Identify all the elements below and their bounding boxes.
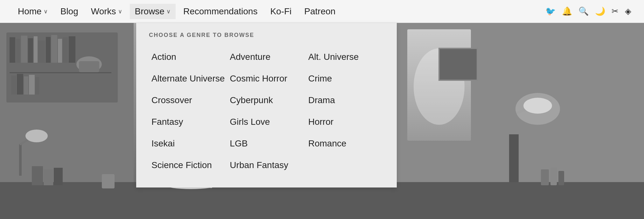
- svg-rect-43: [558, 171, 564, 185]
- genre-adventure[interactable]: Adventure: [227, 46, 305, 68]
- svg-rect-22: [19, 144, 22, 176]
- genre-fantasy[interactable]: Fantasy: [149, 111, 227, 133]
- genre-alternate-universe[interactable]: Alternate Universe: [149, 68, 227, 89]
- genre-isekai[interactable]: Isekai: [149, 133, 227, 154]
- genre-urban-fantasy[interactable]: Urban Fantasy: [227, 154, 305, 176]
- genre-romance[interactable]: Romance: [306, 133, 384, 154]
- genre-alt-universe[interactable]: Alt. Universe: [306, 46, 384, 68]
- genre-girls-love[interactable]: Girls Love: [227, 111, 305, 133]
- genre-crime[interactable]: Crime: [306, 68, 384, 89]
- dropdown-header: CHOOSE A GENRE TO BROWSE: [149, 32, 384, 39]
- svg-rect-3: [10, 37, 15, 63]
- svg-rect-13: [69, 36, 75, 63]
- svg-rect-21: [35, 77, 39, 95]
- svg-rect-18: [17, 74, 23, 95]
- nav-patreon[interactable]: Patreon: [299, 4, 340, 19]
- genre-cosmic-horror[interactable]: Cosmic Horror: [227, 68, 305, 89]
- browse-dropdown: CHOOSE A GENRE TO BROWSE Action Adventur…: [136, 23, 397, 187]
- nav-home[interactable]: Home ∨: [13, 4, 53, 19]
- svg-rect-7: [34, 36, 38, 63]
- rss-icon[interactable]: ◈: [625, 6, 631, 16]
- nav-home-chevron: ∨: [44, 8, 48, 15]
- svg-rect-33: [0, 182, 644, 219]
- nav-browse[interactable]: Browse ∨: [130, 4, 176, 19]
- svg-rect-4: [16, 39, 20, 63]
- svg-rect-42: [550, 168, 557, 185]
- moon-icon[interactable]: 🌙: [595, 6, 605, 16]
- svg-rect-17: [11, 75, 16, 95]
- svg-point-32: [515, 93, 560, 125]
- genre-empty: [306, 154, 384, 176]
- svg-rect-10: [51, 35, 57, 63]
- genre-crossover[interactable]: Crossover: [149, 89, 227, 111]
- genre-horror[interactable]: Horror: [306, 111, 384, 133]
- search-icon[interactable]: 🔍: [578, 6, 589, 16]
- nav-kofi[interactable]: Ko-Fi: [265, 4, 297, 19]
- nav-blog-label: Blog: [60, 6, 78, 17]
- nav-blog[interactable]: Blog: [55, 4, 83, 19]
- nav-left: Home ∨ Blog Works ∨ Browse ∨ Recommendat…: [13, 4, 545, 19]
- svg-rect-11: [58, 39, 62, 63]
- nav-recommendations-label: Recommendations: [183, 6, 257, 17]
- nav-browse-label: Browse: [135, 6, 164, 17]
- nav-patreon-label: Patreon: [304, 6, 335, 17]
- svg-rect-28: [439, 48, 477, 80]
- genre-grid: Action Adventure Alt. Universe Alternate…: [149, 46, 384, 176]
- genre-cyberpunk[interactable]: Cyberpunk: [227, 89, 305, 111]
- svg-rect-36: [54, 168, 63, 185]
- nav-works-chevron: ∨: [118, 8, 122, 15]
- navbar: Home ∨ Blog Works ∨ Browse ∨ Recommendat…: [0, 0, 644, 23]
- nav-works[interactable]: Works ∨: [86, 4, 127, 19]
- genre-science-fiction[interactable]: Science Fiction: [149, 154, 227, 176]
- genre-lgb[interactable]: LGB: [227, 133, 305, 154]
- svg-rect-37: [102, 174, 115, 188]
- user-icon[interactable]: 🐦: [545, 6, 556, 16]
- genre-action[interactable]: Action: [149, 46, 227, 68]
- svg-rect-6: [28, 38, 33, 63]
- svg-rect-12: [63, 37, 68, 63]
- svg-rect-9: [46, 37, 51, 63]
- svg-point-24: [25, 130, 48, 142]
- tools-icon[interactable]: ✂: [612, 6, 619, 16]
- nav-right: 🐦 🔔 🔍 🌙 ✂ ◈: [545, 6, 631, 16]
- svg-rect-41: [541, 169, 549, 185]
- bell-icon[interactable]: 🔔: [562, 6, 572, 16]
- svg-rect-20: [29, 75, 35, 95]
- svg-rect-19: [24, 76, 28, 95]
- nav-recommendations[interactable]: Recommendations: [178, 4, 262, 19]
- svg-rect-35: [44, 169, 53, 185]
- genre-drama[interactable]: Drama: [306, 89, 384, 111]
- nav-browse-chevron: ∨: [166, 8, 171, 15]
- nav-home-label: Home: [18, 6, 42, 17]
- svg-rect-8: [38, 40, 45, 63]
- svg-rect-34: [32, 166, 43, 185]
- svg-rect-16: [10, 72, 111, 73]
- nav-kofi-label: Ko-Fi: [270, 6, 291, 17]
- nav-works-label: Works: [91, 6, 116, 17]
- svg-rect-5: [21, 36, 27, 63]
- svg-rect-15: [79, 61, 99, 72]
